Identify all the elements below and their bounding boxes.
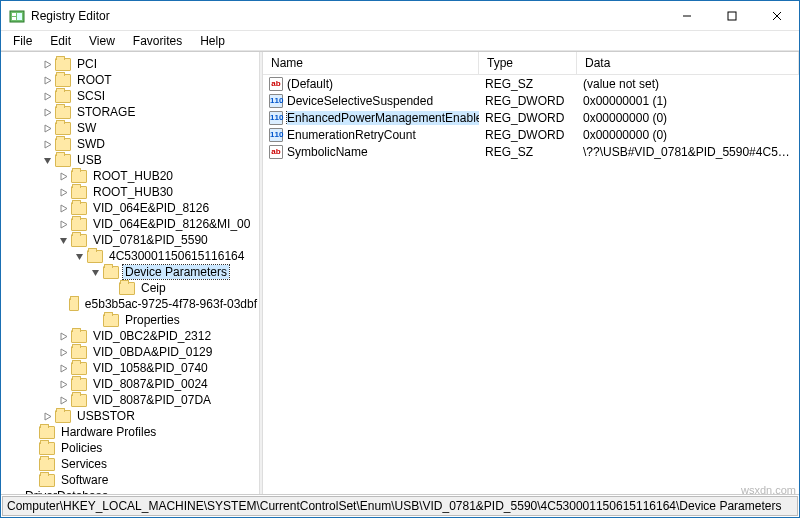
tree-node-label: VID_8087&PID_0024 (91, 377, 210, 391)
menu-view[interactable]: View (81, 32, 123, 50)
tree-node[interactable]: Software (1, 472, 259, 488)
folder-icon (71, 170, 87, 183)
tree-node[interactable]: SCSI (1, 88, 259, 104)
chevron-right-icon[interactable] (55, 328, 71, 344)
chevron-right-icon[interactable] (39, 104, 55, 120)
tree-node[interactable]: Hardware Profiles (1, 424, 259, 440)
svg-rect-1 (12, 13, 16, 16)
menu-file[interactable]: File (5, 32, 40, 50)
chevron-right-icon[interactable] (55, 392, 71, 408)
chevron-right-icon[interactable] (39, 88, 55, 104)
tree-node-label: VID_0BC2&PID_2312 (91, 329, 213, 343)
column-data[interactable]: Data (577, 52, 799, 74)
folder-icon (71, 362, 87, 375)
tree-node-label: Policies (59, 441, 104, 455)
window-title: Registry Editor (31, 9, 664, 23)
folder-icon (71, 378, 87, 391)
chevron-right-icon[interactable] (39, 120, 55, 136)
chevron-right-icon[interactable] (55, 184, 71, 200)
chevron-right-icon[interactable] (39, 408, 55, 424)
close-button[interactable] (754, 1, 799, 30)
chevron-right-icon[interactable] (55, 376, 71, 392)
chevron-right-icon[interactable] (55, 360, 71, 376)
tree-node-label: STORAGE (75, 105, 137, 119)
tree-node[interactable]: SWD (1, 136, 259, 152)
tree-node[interactable]: VID_064E&PID_8126 (1, 200, 259, 216)
value-row[interactable]: 110EnhancedPowerManagementEnabledREG_DWO… (263, 109, 799, 126)
chevron-right-icon[interactable] (55, 200, 71, 216)
tree-node[interactable]: ROOT_HUB30 (1, 184, 259, 200)
folder-icon (55, 138, 71, 151)
tree-node[interactable]: VID_0BDA&PID_0129 (1, 344, 259, 360)
tree-node[interactable]: Properties (1, 312, 259, 328)
tree-node-label: VID_8087&PID_07DA (91, 393, 213, 407)
tree-node[interactable]: ROOT_HUB20 (1, 168, 259, 184)
tree-node-label: Device Parameters (123, 265, 229, 279)
folder-icon (55, 58, 71, 71)
chevron-right-icon[interactable] (55, 168, 71, 184)
tree-node[interactable]: STORAGE (1, 104, 259, 120)
tree-node[interactable]: DriverDatabase (1, 488, 259, 494)
tree-node[interactable]: USBSTOR (1, 408, 259, 424)
chevron-down-icon[interactable] (87, 264, 103, 280)
tree-node[interactable]: VID_1058&PID_0740 (1, 360, 259, 376)
column-name[interactable]: Name (263, 52, 479, 74)
tree-node-label: VID_0781&PID_5590 (91, 233, 210, 247)
tree-node[interactable]: Policies (1, 440, 259, 456)
chevron-right-icon[interactable] (55, 344, 71, 360)
folder-icon (71, 186, 87, 199)
menubar: File Edit View Favorites Help (1, 31, 799, 51)
values-pane[interactable]: Name Type Data ab(Default)REG_SZ(value n… (263, 52, 799, 494)
tree-node[interactable]: 4C530001150615116164 (1, 248, 259, 264)
column-type[interactable]: Type (479, 52, 577, 74)
folder-icon (71, 234, 87, 247)
value-row[interactable]: abSymbolicNameREG_SZ\??\USB#VID_0781&PID… (263, 143, 799, 160)
folder-icon (55, 154, 71, 167)
folder-icon (71, 394, 87, 407)
tree-node-label: ROOT_HUB30 (91, 185, 175, 199)
titlebar[interactable]: Registry Editor (1, 1, 799, 31)
chevron-right-icon[interactable] (39, 56, 55, 72)
chevron-right-icon[interactable] (39, 136, 55, 152)
value-row[interactable]: ab(Default)REG_SZ(value not set) (263, 75, 799, 92)
folder-icon (39, 474, 55, 487)
folder-icon (55, 410, 71, 423)
maximize-button[interactable] (709, 1, 754, 30)
registry-editor-window: Registry Editor File Edit View Favorites… (0, 0, 800, 518)
menu-edit[interactable]: Edit (42, 32, 79, 50)
chevron-down-icon[interactable] (39, 152, 55, 168)
tree-node[interactable]: VID_8087&PID_0024 (1, 376, 259, 392)
tree-node[interactable]: Ceip (1, 280, 259, 296)
menu-favorites[interactable]: Favorites (125, 32, 190, 50)
chevron-right-icon[interactable] (39, 72, 55, 88)
tree-node[interactable]: Services (1, 456, 259, 472)
tree-node-label: SCSI (75, 89, 107, 103)
tree-node[interactable]: VID_8087&PID_07DA (1, 392, 259, 408)
value-type: REG_DWORD (479, 111, 577, 125)
tree-node-label: PCI (75, 57, 99, 71)
tree-node[interactable]: VID_0781&PID_5590 (1, 232, 259, 248)
value-row[interactable]: 110DeviceSelectiveSuspendedREG_DWORD0x00… (263, 92, 799, 109)
status-bar: Computer\HKEY_LOCAL_MACHINE\SYSTEM\Curre… (2, 496, 798, 516)
registry-tree[interactable]: PCIROOTSCSISTORAGESWSWDUSBROOT_HUB20ROOT… (1, 52, 259, 494)
tree-node-label: VID_064E&PID_8126 (91, 201, 211, 215)
folder-icon (39, 458, 55, 471)
tree-node[interactable]: e5b3b5ac-9725-4f78-963f-03dbf (1, 296, 259, 312)
reg-dword-icon: 110 (269, 128, 283, 142)
minimize-button[interactable] (664, 1, 709, 30)
reg-dword-icon: 110 (269, 111, 283, 125)
tree-node[interactable]: VID_0BC2&PID_2312 (1, 328, 259, 344)
tree-node[interactable]: Device Parameters (1, 264, 259, 280)
chevron-right-icon[interactable] (55, 216, 71, 232)
folder-icon (69, 298, 79, 311)
value-row[interactable]: 110EnumerationRetryCountREG_DWORD0x00000… (263, 126, 799, 143)
reg-sz-icon: ab (269, 145, 283, 159)
tree-node[interactable]: VID_064E&PID_8126&MI_00 (1, 216, 259, 232)
chevron-down-icon[interactable] (55, 232, 71, 248)
tree-node[interactable]: PCI (1, 56, 259, 72)
tree-node[interactable]: ROOT (1, 72, 259, 88)
menu-help[interactable]: Help (192, 32, 233, 50)
tree-node[interactable]: SW (1, 120, 259, 136)
chevron-down-icon[interactable] (71, 248, 87, 264)
tree-node[interactable]: USB (1, 152, 259, 168)
